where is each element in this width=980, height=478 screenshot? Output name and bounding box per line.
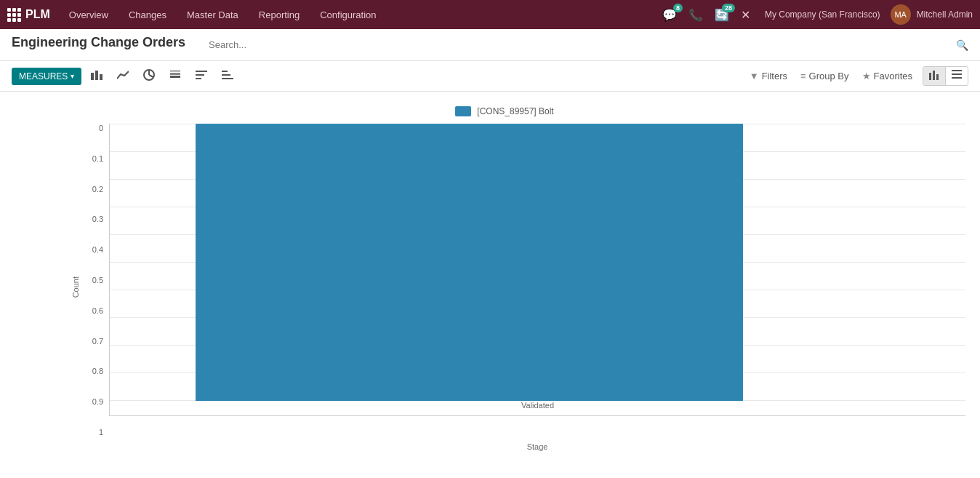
list-view-btn[interactable]	[946, 67, 968, 85]
pie-chart-icon-btn[interactable]	[138, 65, 160, 87]
chart-container: [CONS_89957] Bolt Count 1 0.9 0.8 0.7 0.…	[0, 92, 980, 475]
chart-legend: [CONS_89957] Bolt	[44, 106, 965, 116]
nav-master-data[interactable]: Master Data	[178, 0, 247, 29]
favorites-button[interactable]: ★ Favorites	[856, 68, 918, 84]
activity-icon-btn[interactable]: 🔄 28	[712, 5, 732, 25]
svg-rect-6	[170, 76, 180, 78]
chart-inner: Count 1 0.9 0.8 0.7 0.6 0.5 0.4 0.3 0.2 …	[44, 124, 965, 451]
stacked-icon	[169, 70, 181, 80]
chart-bar[interactable]	[196, 124, 743, 401]
header-row: Engineering Change Orders 🔍	[0, 29, 980, 61]
bar-chart-icon	[91, 70, 103, 80]
x-axis: Validated	[110, 401, 965, 415]
nav-reporting[interactable]: Reporting	[250, 0, 308, 29]
groupby-label: Group By	[809, 71, 849, 81]
phone-icon-btn[interactable]: 📞	[686, 5, 706, 25]
svg-rect-20	[952, 77, 962, 79]
view-toggle	[923, 66, 968, 86]
close-icon-btn[interactable]: ✕	[738, 5, 753, 25]
svg-rect-19	[952, 73, 962, 75]
svg-rect-8	[170, 70, 180, 72]
svg-rect-17	[936, 74, 939, 80]
y-tick-07: 0.7	[80, 337, 103, 346]
filter-icon: ▼	[750, 71, 759, 81]
nav-changes[interactable]: Changes	[120, 0, 175, 29]
y-tick-03: 0.3	[80, 215, 103, 223]
y-tick-1: 1	[80, 428, 103, 437]
measures-caret-icon: ▾	[71, 72, 74, 80]
desc-sort-icon-btn[interactable]	[217, 66, 238, 86]
search-section: 🔍	[197, 29, 980, 60]
page-title: Engineering Change Orders	[12, 35, 185, 55]
asc-sort-icon-btn[interactable]	[190, 66, 212, 86]
chat-icon-btn[interactable]: 💬 8	[659, 5, 680, 25]
filters-label: Filters	[762, 71, 787, 81]
graph-view-btn[interactable]	[923, 67, 946, 85]
avatar[interactable]: MA	[891, 4, 911, 25]
list-view-icon	[952, 70, 962, 80]
toolbar: MEASURES ▾ ▼ Filters ≡ Group By ★ Favori…	[0, 61, 980, 92]
y-tick-01: 0.1	[80, 154, 103, 163]
groupby-icon: ≡	[800, 71, 806, 81]
svg-rect-2	[100, 74, 103, 80]
y-tick-06: 0.6	[80, 306, 103, 315]
favorites-label: Favorites	[874, 71, 912, 81]
stacked-icon-btn[interactable]	[164, 66, 186, 86]
x-tick-validated: Validated	[521, 401, 554, 410]
bars-area	[110, 124, 965, 401]
y-axis: 1 0.9 0.8 0.7 0.6 0.5 0.4 0.3 0.2 0.1 0	[80, 124, 109, 451]
username: Mitchell Admin	[917, 9, 973, 20]
y-axis-title: Count	[71, 276, 80, 298]
pie-chart-icon	[143, 69, 155, 81]
svg-rect-18	[952, 70, 962, 71]
chart-plot: Validated	[109, 124, 965, 416]
y-tick-05: 0.5	[80, 276, 103, 284]
y-tick-08: 0.8	[80, 367, 103, 375]
y-tick-04: 0.4	[80, 245, 103, 254]
svg-rect-16	[933, 71, 935, 80]
line-chart-icon-btn[interactable]	[112, 66, 134, 86]
nav-icons-group: 💬 8 📞 🔄 28 ✕ My Company (San Francisco) …	[659, 4, 973, 25]
line-chart-icon	[117, 70, 129, 80]
navbar: PLM Overview Changes Master Data Reporti…	[0, 0, 980, 29]
y-tick-02: 0.2	[80, 185, 103, 194]
y-tick-0: 0	[80, 124, 103, 132]
asc-sort-icon	[196, 70, 207, 80]
groupby-button[interactable]: ≡ Group By	[795, 68, 855, 84]
y-tick-09: 0.9	[80, 397, 103, 406]
chat-badge: 8	[673, 4, 683, 12]
svg-rect-1	[95, 71, 98, 80]
app-logo[interactable]: PLM	[7, 8, 50, 22]
svg-line-5	[149, 75, 153, 77]
desc-sort-icon	[222, 70, 233, 80]
measures-button[interactable]: MEASURES ▾	[12, 68, 81, 85]
brand-name: PLM	[25, 8, 50, 21]
bar-chart-icon-btn[interactable]	[86, 66, 108, 86]
company-name: My Company (San Francisco)	[765, 9, 880, 20]
svg-rect-0	[91, 73, 94, 80]
nav-configuration[interactable]: Configuration	[311, 0, 385, 29]
legend-label: [CONS_89957] Bolt	[477, 106, 553, 116]
activity-badge: 28	[722, 4, 735, 12]
x-axis-title: Stage	[109, 442, 965, 451]
search-input[interactable]	[209, 39, 956, 50]
svg-rect-15	[929, 73, 931, 80]
star-icon: ★	[862, 71, 871, 81]
grid-icon	[7, 8, 21, 22]
nav-overview[interactable]: Overview	[60, 0, 117, 29]
title-section: Engineering Change Orders	[0, 29, 197, 60]
graph-view-icon	[929, 70, 939, 80]
legend-swatch	[455, 106, 471, 116]
filter-group: ▼ Filters ≡ Group By ★ Favorites	[744, 68, 918, 84]
svg-rect-7	[170, 73, 180, 75]
filters-button[interactable]: ▼ Filters	[744, 68, 793, 84]
measures-label: MEASURES	[19, 71, 68, 81]
search-icon[interactable]: 🔍	[956, 39, 968, 51]
